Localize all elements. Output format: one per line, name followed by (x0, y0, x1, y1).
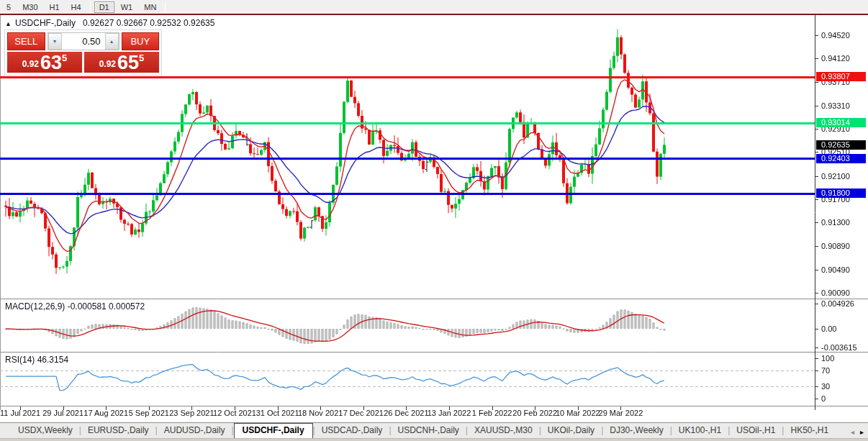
chart-ohlc-values: 0.92627 0.92667 0.92532 0.92635 (83, 18, 215, 28)
price-tag: 0.92635 (816, 140, 866, 150)
timeframe-toolbar: 5M30H1H4D1W1MN (0, 0, 868, 14)
volume-input[interactable] (62, 33, 105, 50)
rsi-axis-tick: 70 (821, 366, 830, 375)
price-axis-tick: 0.94120 (821, 54, 850, 63)
sell-price-big: 63 (40, 54, 62, 71)
chart-title: ▲USDCHF-,Daily0.92627 0.92667 0.92532 0.… (5, 18, 214, 28)
sell-price-pip: 5 (62, 53, 67, 63)
tab-eurusd-daily[interactable]: EURUSD-,Daily (81, 424, 155, 438)
timeframe-h1[interactable]: H1 (45, 1, 65, 13)
buy-button[interactable]: BUY (122, 32, 160, 50)
chart-tabs: USDX,Weekly|EURUSD-,Daily|AUDUSD-,Daily|… (12, 423, 835, 438)
tab-hk50-h1[interactable]: HK50-,H1 (784, 424, 835, 438)
chart-symbol-label: USDCHF-,Daily (15, 18, 76, 28)
buy-price-prefix: 0.92 (99, 59, 116, 69)
tab-audusd-daily[interactable]: AUDUSD-,Daily (158, 424, 232, 438)
status-strip (0, 438, 868, 441)
macd-axis-tick: 0.004926 (821, 299, 854, 308)
rsi-axis-tick: 100 (821, 354, 834, 363)
timeframe-h4[interactable]: H4 (66, 1, 86, 13)
timeframe-w1[interactable]: W1 (116, 1, 138, 13)
tab-usdcnh-daily[interactable]: USDCNH-,Daily (392, 424, 466, 438)
price-tag: 0.91800 (816, 188, 866, 198)
time-axis-label: 29 Jul 2021 (42, 409, 83, 417)
sell-button[interactable]: SELL (7, 32, 45, 50)
price-axis-tick: 0.93310 (821, 101, 850, 110)
sell-price-prefix: 0.92 (22, 59, 39, 69)
tab-usdchf-daily[interactable]: USDCHF-,Daily (234, 423, 313, 438)
price-tag: 0.93014 (816, 118, 866, 127)
tab-xauusd-m30[interactable]: XAUUSD-,M30 (468, 424, 539, 438)
macd-axis-tick: 0.00 (821, 324, 836, 333)
toolbar-separator (90, 1, 91, 12)
time-axis-label: 18 Nov 2021 (298, 409, 343, 417)
macd-indicator-label: MACD(12,26,9) -0.000581 0.000572 (5, 301, 145, 312)
timeframe-d1[interactable]: D1 (94, 1, 114, 13)
time-axis-label: 11 Jul 2021 (0, 409, 40, 417)
chart-area: ▲USDCHF-,Daily0.92627 0.92667 0.92532 0.… (0, 15, 868, 422)
macd-axis-tick: -0.003615 (821, 343, 857, 352)
tab-ukoil-daily[interactable]: UKOil-,Daily (541, 424, 601, 438)
tab-scroll-arrows: ◂ ▸ (851, 428, 868, 438)
volume-spinner: ▼ ▲ (48, 32, 119, 50)
tab-scroll-left-icon[interactable]: ◂ (851, 428, 854, 436)
time-axis-label: 5 Sep 2021 (129, 409, 169, 417)
tab-usdcad-daily[interactable]: USDCAD-,Daily (315, 424, 389, 438)
time-axis-label: 29 Mar 2022 (599, 409, 643, 417)
tab-uk100-h1[interactable]: UK100-,H1 (672, 424, 728, 438)
tab-scroll-right-icon[interactable]: ▸ (860, 428, 864, 436)
sell-price-box[interactable]: 0.92 63 5 (7, 52, 82, 73)
one-click-trade-panel: SELL ▼ ▲ BUY 0.92 63 5 0.92 65 5 (4, 29, 162, 76)
price-axis-tick: 0.92100 (821, 172, 850, 181)
rsi-indicator-label: RSI(14) 46.3154 (5, 355, 68, 365)
timeframe-m30[interactable]: M30 (17, 1, 42, 13)
time-axis-label: 26 Dec 2021 (384, 409, 428, 417)
tab-usdx-weekly[interactable]: USDX,Weekly (12, 424, 79, 438)
buy-price-big: 65 (117, 54, 139, 71)
timeframe-mn[interactable]: MN (139, 1, 161, 13)
buy-price-pip: 5 (139, 53, 144, 63)
time-axis-label: 20 Feb 2022 (512, 409, 557, 417)
chart-tabbar: USDX,Weekly|EURUSD-,Daily|AUDUSD-,Daily|… (0, 422, 868, 438)
tab-dj30-weekly[interactable]: DJ30-,Weekly (603, 424, 669, 438)
tab-usoil-h1[interactable]: USOil-,H1 (730, 424, 782, 438)
time-axis-label: 10 Mar 2022 (556, 409, 600, 417)
volume-increase-icon[interactable]: ▲ (105, 33, 119, 50)
price-axis-tick: 0.90890 (821, 242, 850, 250)
time-axis-label: 23 Sep 2021 (169, 409, 214, 417)
rsi-axis-tick: 0 (821, 394, 826, 403)
price-axis-tick: 0.91300 (821, 218, 850, 227)
price-axis-tick: 0.90090 (821, 288, 850, 297)
time-axis-label: 1 Feb 2022 (472, 409, 512, 417)
timeframe-5[interactable]: 5 (1, 1, 16, 13)
volume-decrease-icon[interactable]: ▼ (48, 33, 62, 50)
price-axis-tick: 0.90490 (821, 265, 850, 274)
time-axis-label: 7 Dec 2021 (343, 409, 384, 417)
buy-price-box[interactable]: 0.92 65 5 (84, 52, 159, 73)
time-axis-label: 31 Oct 2021 (256, 409, 299, 417)
chart-canvas[interactable] (0, 15, 868, 422)
price-tag: 0.92403 (816, 154, 866, 163)
collapse-panel-icon[interactable]: ▲ (5, 20, 12, 27)
price-axis-tick: 0.94520 (821, 31, 850, 40)
time-axis-label: 13 Jan 2022 (428, 409, 471, 417)
rsi-axis-tick: 30 (821, 382, 830, 391)
toolbar-separator (165, 1, 166, 12)
time-axis-label: 17 Aug 2021 (83, 409, 128, 417)
time-axis-label: 12 Oct 2021 (213, 409, 256, 417)
price-tag: 0.93807 (816, 72, 866, 81)
